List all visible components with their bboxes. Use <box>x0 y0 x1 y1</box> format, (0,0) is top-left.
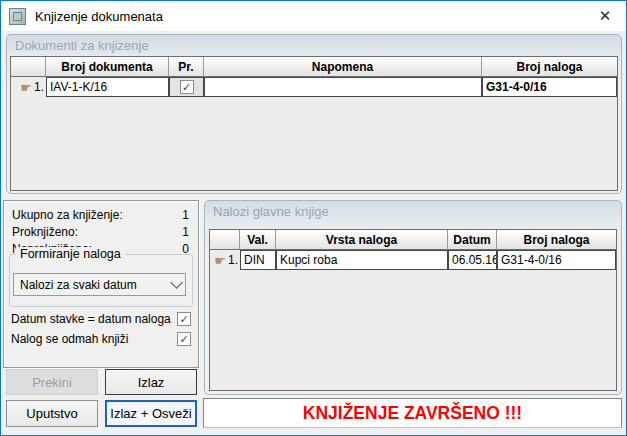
col-header-datum[interactable]: Datum <box>448 230 497 250</box>
hand-pointer-icon: ☛ <box>214 254 226 267</box>
pr-checkbox[interactable]: ✓ <box>180 80 194 94</box>
izlaz-osvezi-button[interactable]: Izlaz + Osveži <box>105 400 197 427</box>
cell-pr: ✓ <box>169 77 204 97</box>
documents-table: Broj dokumenta Pr. Napomena Broj naloga … <box>10 56 618 191</box>
col-header-vrsta-naloga[interactable]: Vrsta naloga <box>276 230 448 250</box>
hand-pointer-icon: ☛ <box>20 81 32 94</box>
close-icon: ✕ <box>599 7 612 25</box>
cell-broj-naloga: G31-4-0/16 <box>482 77 617 97</box>
uputstvo-button[interactable]: Uputstvo <box>6 400 98 427</box>
prekini-button: Prekini <box>6 369 98 395</box>
stat-value: 1 <box>182 208 189 222</box>
option-label: Nalog se odmah knjiži <box>11 332 128 346</box>
col-header-broj-naloga[interactable]: Broj naloga <box>482 57 617 77</box>
ledger-group-title: Nalozi glavne knjige <box>213 204 329 219</box>
col-header-selector <box>11 57 46 77</box>
check-icon: ✓ <box>179 334 188 345</box>
col-header-val[interactable]: Val. <box>240 230 276 250</box>
stat-value: 1 <box>182 225 189 239</box>
stat-row-proknjizeno: Proknjiženo: 1 <box>12 224 189 239</box>
ledger-table-header: Val. Vrsta naloga Datum Broj naloga <box>210 230 616 250</box>
cell-broj-dokumenta: IAV-1-K/16 <box>46 77 169 97</box>
table-row[interactable]: ☛ 1. IAV-1-K/16 ✓ G31-4-0/16 <box>11 77 617 97</box>
formiranje-group: Formiranje naloga Nalozi za svaki datum <box>9 254 193 307</box>
chevron-down-icon <box>170 276 183 289</box>
documents-table-header: Broj dokumenta Pr. Napomena Broj naloga <box>11 57 617 77</box>
col-header-broj-naloga[interactable]: Broj naloga <box>497 230 616 250</box>
table-row[interactable]: ☛ 1. DIN Kupci roba 06.05.16 G31-4-0/16 <box>210 250 616 270</box>
col-header-pr[interactable]: Pr. <box>169 57 204 77</box>
documents-group-title: Dokumenti za knjizenje <box>15 38 149 53</box>
status-message: KNJIŽENJE ZAVRŠENO !!! <box>303 403 522 424</box>
row-number: 1. <box>228 253 238 267</box>
option-label: Datum stavke = datum naloga <box>11 312 171 326</box>
app-icon <box>9 8 26 25</box>
option-datum-stavke: Datum stavke = datum naloga ✓ <box>11 311 191 327</box>
col-header-selector <box>210 230 240 250</box>
row-number: 1. <box>34 80 44 94</box>
window-title: Knjizenje dokumenata <box>35 9 163 24</box>
title-bar: Knjizenje dokumenata ✕ <box>1 1 626 31</box>
datum-stavke-checkbox[interactable]: ✓ <box>177 312 191 326</box>
ledger-group: Nalozi glavne knjige Val. Vrsta naloga D… <box>204 200 622 395</box>
row-selector-cell: ☛ 1. <box>11 77 46 97</box>
close-button[interactable]: ✕ <box>584 1 626 31</box>
check-icon: ✓ <box>179 314 188 325</box>
stat-label: Proknjiženo: <box>12 225 78 239</box>
documents-group: Dokumenti za knjizenje Broj dokumenta Pr… <box>6 34 622 194</box>
formiranje-group-title: Formiranje naloga <box>16 247 125 261</box>
check-icon: ✓ <box>182 82 191 93</box>
col-header-napomena[interactable]: Napomena <box>204 57 482 77</box>
cell-napomena <box>204 77 482 97</box>
cell-datum: 06.05.16 <box>448 250 497 270</box>
dialog-window: Knjizenje dokumenata ✕ Dokumenti za knji… <box>0 0 627 436</box>
col-header-broj-dokumenta[interactable]: Broj dokumenta <box>46 57 169 77</box>
ledger-table: Val. Vrsta naloga Datum Broj naloga ☛ 1.… <box>209 229 617 391</box>
cell-vrsta-naloga: Kupci roba <box>276 250 448 270</box>
izlaz-button[interactable]: Izlaz <box>105 369 197 395</box>
nalozi-datum-select[interactable]: Nalozi za svaki datum <box>13 273 186 296</box>
row-selector-cell: ☛ 1. <box>210 250 240 270</box>
stat-row-ukupno: Ukupno za knjiženje: 1 <box>12 207 189 222</box>
stats-panel: Ukupno za knjiženje: 1 Proknjiženo: 1 Ne… <box>3 200 199 368</box>
option-nalog-knjizi: Nalog se odmah knjiži ✓ <box>11 331 191 347</box>
select-value: Nalozi za svaki datum <box>20 278 137 292</box>
cell-broj-naloga: G31-4-0/16 <box>497 250 616 270</box>
nalog-knjizi-checkbox[interactable]: ✓ <box>177 332 191 346</box>
cell-val: DIN <box>240 250 276 270</box>
status-panel: KNJIŽENJE ZAVRŠENO !!! <box>203 398 622 428</box>
stat-label: Ukupno za knjiženje: <box>12 208 123 222</box>
